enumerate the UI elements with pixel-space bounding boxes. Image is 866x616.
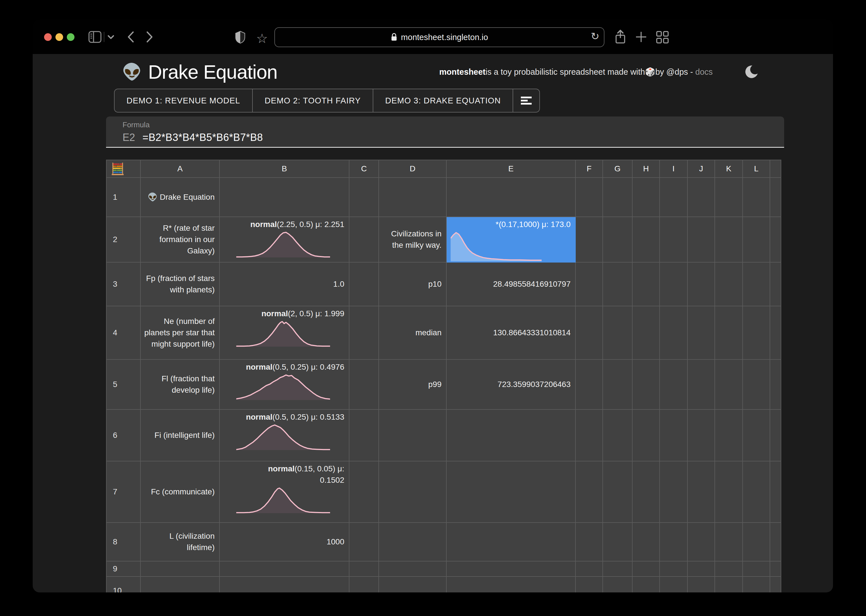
column-header-B[interactable]: B: [220, 160, 350, 178]
cell-D5[interactable]: p99: [379, 360, 447, 410]
cell-I6[interactable]: [660, 410, 688, 462]
cell-H5[interactable]: [633, 360, 660, 410]
cell-A8[interactable]: L (civilization lifetime): [141, 523, 220, 561]
cell-A1[interactable]: 👽 Drake Equation: [141, 178, 220, 217]
cell-F7[interactable]: [576, 462, 603, 523]
cell-B4[interactable]: normal(2, 0.5) μ: 1.999: [220, 306, 350, 360]
cell-B2[interactable]: normal(2.25, 0.5) μ: 2.251: [220, 217, 350, 262]
column-header-C[interactable]: C: [350, 160, 379, 178]
column-header-L[interactable]: L: [743, 160, 770, 178]
cell-B9[interactable]: [220, 561, 350, 577]
cell-I3[interactable]: [660, 262, 688, 306]
cell-G8[interactable]: [603, 523, 633, 561]
cell-E5[interactable]: 723.3599037206463: [447, 360, 576, 410]
cell-K9[interactable]: [715, 561, 743, 577]
cell-D2[interactable]: Civilizations in the milky way.: [379, 217, 447, 262]
cell-I5[interactable]: [660, 360, 688, 410]
cell-A9[interactable]: [141, 561, 220, 577]
cell-A2[interactable]: R* (rate of star formation in our Galaxy…: [141, 217, 220, 262]
tab-demo-1[interactable]: DEMO 1: REVENUE MODEL: [115, 89, 253, 112]
column-header-J[interactable]: J: [688, 160, 715, 178]
cell-I7[interactable]: [660, 462, 688, 523]
cell-G4[interactable]: [603, 306, 633, 360]
cell-H8[interactable]: [633, 523, 660, 561]
row-header-5[interactable]: 5: [107, 360, 141, 410]
cell-L9[interactable]: [743, 561, 770, 577]
cell-H4[interactable]: [633, 306, 660, 360]
row-header-2[interactable]: 2: [107, 217, 141, 262]
cell-A7[interactable]: Fc (communicate): [141, 462, 220, 523]
cell-I2[interactable]: [660, 217, 688, 262]
cell-L5[interactable]: [743, 360, 770, 410]
docs-link[interactable]: docs: [695, 68, 713, 77]
cell-C9[interactable]: [350, 561, 379, 577]
cell-J3[interactable]: [688, 262, 715, 306]
cell-I4[interactable]: [660, 306, 688, 360]
cell-K4[interactable]: [715, 306, 743, 360]
reload-icon[interactable]: ↻: [591, 30, 599, 42]
cell-E4[interactable]: 130.86643331010814: [447, 306, 576, 360]
cell-D8[interactable]: [379, 523, 447, 561]
cell-L8[interactable]: [743, 523, 770, 561]
cell-C8[interactable]: [350, 523, 379, 561]
cell-B10[interactable]: [220, 577, 350, 592]
cell-G10[interactable]: [603, 577, 633, 592]
formula-input[interactable]: =B2*B3*B4*B5*B6*B7*B8: [142, 132, 263, 143]
cell-partial-2[interactable]: [770, 217, 781, 262]
cell-E9[interactable]: [447, 561, 576, 577]
cell-partial-7[interactable]: [770, 462, 781, 523]
cell-F4[interactable]: [576, 306, 603, 360]
cell-L1[interactable]: [743, 178, 770, 217]
cell-H3[interactable]: [633, 262, 660, 306]
row-header-1[interactable]: 1: [107, 178, 141, 217]
cell-C5[interactable]: [350, 360, 379, 410]
cell-D9[interactable]: [379, 561, 447, 577]
cell-G6[interactable]: [603, 410, 633, 462]
close-window-button[interactable]: [44, 33, 52, 41]
cell-F5[interactable]: [576, 360, 603, 410]
column-header-E[interactable]: E: [447, 160, 576, 178]
cell-H6[interactable]: [633, 410, 660, 462]
cell-B1[interactable]: [220, 178, 350, 217]
cell-K7[interactable]: [715, 462, 743, 523]
cell-E10[interactable]: [447, 577, 576, 592]
back-button[interactable]: [127, 31, 134, 42]
cell-H2[interactable]: [633, 217, 660, 262]
cell-K2[interactable]: [715, 217, 743, 262]
sheet-menu-button[interactable]: [513, 89, 539, 112]
new-tab-plus-icon[interactable]: [635, 31, 647, 43]
cell-J4[interactable]: [688, 306, 715, 360]
row-header-6[interactable]: 6: [107, 410, 141, 462]
cell-partial-3[interactable]: [770, 262, 781, 306]
cell-C10[interactable]: [350, 577, 379, 592]
cell-A3[interactable]: Fp (fraction of stars with planets): [141, 262, 220, 306]
cell-H7[interactable]: [633, 462, 660, 523]
cell-G1[interactable]: [603, 178, 633, 217]
cell-B6[interactable]: normal(0.5, 0.25) μ: 0.5133: [220, 410, 350, 462]
cell-G2[interactable]: [603, 217, 633, 262]
cell-J1[interactable]: [688, 178, 715, 217]
cell-B8[interactable]: 1000: [220, 523, 350, 561]
chevron-down-icon[interactable]: [108, 35, 114, 39]
cell-F10[interactable]: [576, 577, 603, 592]
cell-J7[interactable]: [688, 462, 715, 523]
cell-F6[interactable]: [576, 410, 603, 462]
cell-F9[interactable]: [576, 561, 603, 577]
cell-partial-6[interactable]: [770, 410, 781, 462]
cell-B3[interactable]: 1.0: [220, 262, 350, 306]
cell-D1[interactable]: [379, 178, 447, 217]
row-header-8[interactable]: 8: [107, 523, 141, 561]
cell-L4[interactable]: [743, 306, 770, 360]
cell-E2[interactable]: *(0.17,1000) μ: 173.0: [447, 217, 576, 262]
row-header-9[interactable]: 9: [107, 561, 141, 577]
cell-F1[interactable]: [576, 178, 603, 217]
cell-H9[interactable]: [633, 561, 660, 577]
cell-E3[interactable]: 28.498558416910797: [447, 262, 576, 306]
column-header-F[interactable]: F: [576, 160, 603, 178]
cell-partial-10[interactable]: [770, 577, 781, 592]
cell-C3[interactable]: [350, 262, 379, 306]
cell-F8[interactable]: [576, 523, 603, 561]
dark-mode-toggle[interactable]: [744, 64, 760, 80]
sidebar-toggle-icon[interactable]: [88, 31, 102, 43]
cell-C1[interactable]: [350, 178, 379, 217]
